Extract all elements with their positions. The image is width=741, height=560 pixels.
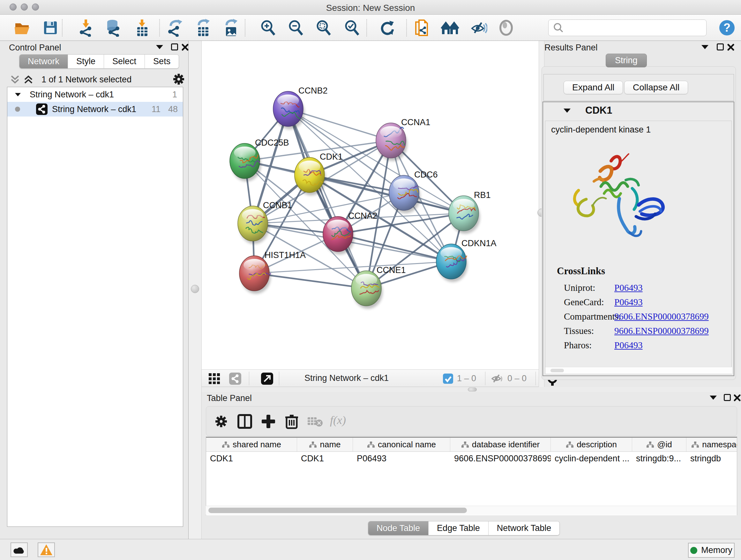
protein-node-RB1[interactable]: RB1: [449, 190, 491, 234]
results-panel-float-icon[interactable]: [717, 44, 724, 51]
string-network-icon: [36, 104, 48, 115]
tab-edge-table[interactable]: Edge Table: [428, 521, 488, 535]
column-header--id[interactable]: @id: [632, 438, 686, 451]
tab-string[interactable]: String: [606, 54, 647, 67]
export-table-icon[interactable]: [194, 18, 213, 37]
crosslink-link[interactable]: 9606.ENSP00000378699: [614, 326, 709, 336]
table-cell[interactable]: CDK1: [297, 454, 353, 463]
crosslink-link[interactable]: P06493: [614, 340, 643, 351]
table-settings-gear-icon[interactable]: [214, 415, 228, 428]
tab-node-table[interactable]: Node Table: [368, 521, 428, 535]
splitter-handle[interactable]: [468, 388, 477, 391]
warning-button[interactable]: [38, 543, 55, 557]
collapse-all-networks-icon[interactable]: [10, 74, 20, 85]
show-columns-icon[interactable]: [238, 414, 252, 429]
collection-count: 1: [172, 90, 177, 100]
tab-sets[interactable]: Sets: [145, 55, 179, 68]
table-cell[interactable]: cyclin-dependent ...: [551, 454, 632, 463]
protein-collapse-icon[interactable]: [563, 109, 570, 113]
table-panel-collapse-icon[interactable]: [710, 395, 717, 400]
column-header-shared-name[interactable]: shared name: [206, 438, 297, 451]
table-cell[interactable]: 9606.ENSP00000378699: [450, 454, 551, 463]
network-options-gear-icon[interactable]: [172, 73, 185, 85]
splitter-handle[interactable]: [191, 285, 199, 293]
string-style-icon[interactable]: [229, 373, 241, 385]
selected-checkbox-icon[interactable]: [443, 374, 453, 384]
memory-button[interactable]: Memory: [688, 543, 735, 558]
birds-eye-grid-icon[interactable]: [209, 373, 220, 384]
search-input[interactable]: [566, 20, 706, 36]
protein-node-CDC6[interactable]: CDC6: [389, 170, 438, 213]
collapse-all-button[interactable]: Collapse All: [624, 81, 688, 94]
table-hscrollbar-thumb[interactable]: [208, 508, 467, 513]
refresh-icon[interactable]: [378, 18, 397, 37]
tab-network-table[interactable]: Network Table: [488, 521, 560, 535]
column-header-canonical-name[interactable]: canonical name: [353, 438, 450, 451]
control-panel-float-icon[interactable]: [171, 44, 178, 51]
table-cell[interactable]: stringdb: [686, 454, 737, 463]
protein-structure-image[interactable]: [563, 149, 672, 251]
toolbar-divider: [62, 19, 63, 37]
cloud-button[interactable]: [10, 543, 28, 557]
status-bar: Memory: [0, 539, 741, 560]
export-image-icon[interactable]: [221, 18, 241, 37]
node-label-CCNE1: CCNE1: [377, 265, 406, 275]
zoom-selected-icon[interactable]: [342, 18, 361, 37]
detail-scrollbar-track[interactable]: [545, 367, 732, 374]
tab-network[interactable]: Network: [19, 55, 68, 68]
table-cell[interactable]: CDK1: [206, 454, 297, 463]
crosslink-link[interactable]: P06493: [614, 283, 643, 293]
import-database-icon[interactable]: [104, 18, 123, 37]
import-table-icon[interactable]: [133, 18, 152, 37]
table-hscrollbar-track[interactable]: [206, 506, 737, 515]
network-row[interactable]: String Network – cdk1 11 48: [7, 102, 183, 117]
column-header-description[interactable]: description: [551, 438, 632, 451]
results-panel-close-icon[interactable]: [727, 44, 735, 51]
delete-row-trash-icon[interactable]: [285, 414, 299, 429]
network-collection-row[interactable]: String Network – cdk1 1: [7, 87, 183, 102]
network-canvas[interactable]: CCNB2CCNA1CDC25BCDK1CDC6RB1CCNB1CCNA2CDK…: [202, 41, 539, 369]
protein-node-CCNB2[interactable]: CCNB2: [273, 86, 328, 129]
zoom-out-icon[interactable]: [286, 18, 306, 37]
vertical-splitter[interactable]: [188, 41, 202, 539]
protein-name: CDK1: [585, 105, 612, 116]
zoom-fit-icon[interactable]: [314, 18, 333, 37]
zoom-in-icon[interactable]: [259, 18, 278, 37]
show-all-icon[interactable]: [496, 18, 516, 37]
table-cell[interactable]: stringdb:9...: [632, 454, 686, 463]
table-panel: Table Panel f(x) shared namenamecanonica…: [202, 392, 741, 539]
table-cell[interactable]: P06493: [353, 454, 450, 463]
open-in-new-icon[interactable]: [261, 373, 273, 385]
expand-all-button[interactable]: Expand All: [563, 81, 623, 94]
column-header-database-identifier[interactable]: database identifier: [450, 438, 551, 451]
first-neighbors-icon[interactable]: [441, 18, 460, 37]
control-panel-close-icon[interactable]: [181, 44, 189, 51]
control-panel-collapse-icon[interactable]: [156, 45, 163, 49]
import-network-icon[interactable]: [77, 18, 96, 37]
table-panel-float-icon[interactable]: [724, 394, 731, 401]
detail-scrollbar-thumb[interactable]: [550, 369, 564, 372]
protein-node-CDC25B[interactable]: CDC25B: [230, 138, 289, 181]
protein-node-CDKN1A[interactable]: CDKN1A: [436, 239, 496, 282]
add-row-icon[interactable]: [261, 414, 276, 429]
tab-style[interactable]: Style: [68, 55, 104, 68]
open-session-icon[interactable]: [13, 18, 32, 37]
expand-all-networks-icon[interactable]: [23, 74, 34, 85]
tree-expand-icon[interactable]: [15, 93, 21, 97]
table-panel-close-icon[interactable]: [733, 394, 741, 401]
help-icon[interactable]: ?: [718, 18, 737, 37]
save-session-icon[interactable]: [41, 18, 60, 37]
crosslink-link[interactable]: P06493: [614, 297, 643, 307]
hide-selected-icon[interactable]: [469, 18, 488, 37]
crosslink-link[interactable]: 9606.ENSP00000378699: [614, 311, 709, 322]
protein-node-CCNA1[interactable]: CCNA1: [376, 118, 430, 161]
clone-network-icon[interactable]: [412, 18, 431, 37]
table-row[interactable]: CDK1CDK1P064939606.ENSP00000378699cyclin…: [206, 452, 737, 465]
memory-status-icon: [690, 547, 697, 554]
results-panel-collapse-icon[interactable]: [701, 45, 709, 49]
tab-select[interactable]: Select: [104, 55, 145, 68]
node-label-CDC25B: CDC25B: [255, 138, 289, 147]
column-header-name[interactable]: name: [297, 438, 353, 451]
export-network-icon[interactable]: [165, 18, 185, 37]
column-header-namespace[interactable]: namespace: [686, 438, 737, 451]
